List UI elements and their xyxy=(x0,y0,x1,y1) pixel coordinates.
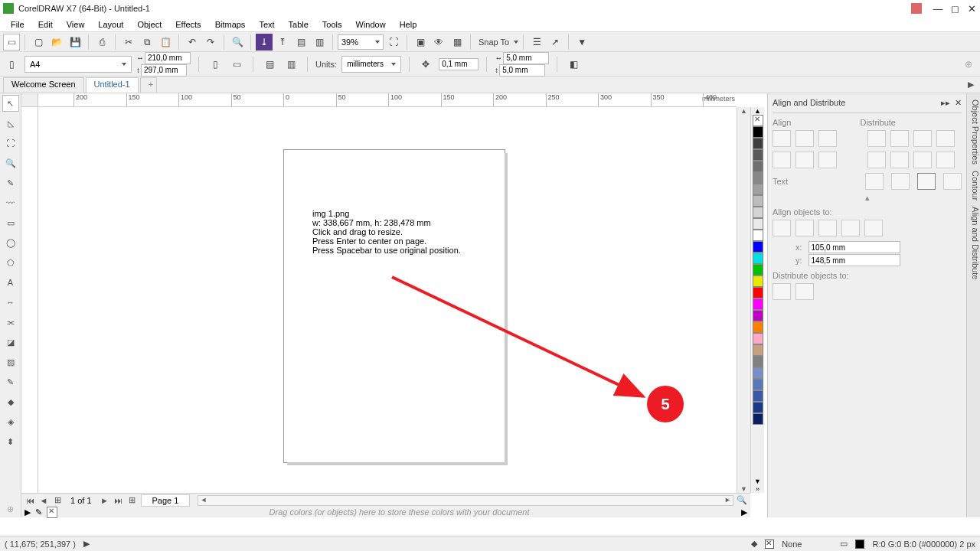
app-launcher-icon[interactable]: ▼ xyxy=(573,34,590,51)
palette-down-icon[interactable]: ▼ xyxy=(754,478,761,485)
shape-tool[interactable]: ◺ xyxy=(2,115,19,132)
dist-center-h-icon[interactable] xyxy=(890,130,909,147)
show-rulers-icon[interactable]: 👁 xyxy=(430,34,447,51)
close-button[interactable]: ✕ xyxy=(966,3,977,14)
user-account-icon[interactable] xyxy=(911,3,922,14)
text-tool[interactable]: A xyxy=(2,274,19,291)
zoom-canvas-icon[interactable]: 🔍 xyxy=(737,495,747,505)
rectangle-tool[interactable]: ▭ xyxy=(2,214,19,231)
docker-collapse-icon[interactable]: ▸▸ xyxy=(941,98,950,107)
page-add-before-icon[interactable]: ⊞ xyxy=(52,495,63,505)
fullscreen-icon[interactable]: ▣ xyxy=(412,34,429,51)
eyedropper-icon[interactable]: ✎ xyxy=(35,507,42,517)
page-add-after-icon[interactable]: ⊞ xyxy=(127,495,138,505)
palette-swatch[interactable] xyxy=(753,298,763,310)
options-icon[interactable]: ☰ xyxy=(528,34,545,51)
dist-spacing-h-icon[interactable] xyxy=(913,130,932,147)
horizontal-scrollbar[interactable] xyxy=(198,495,733,506)
align-to-page-center-icon[interactable] xyxy=(818,220,837,236)
palette-nocolor[interactable] xyxy=(753,115,763,126)
dupy-input[interactable]: 5,0 mm xyxy=(499,64,545,77)
current-page-icon[interactable]: ▥ xyxy=(283,56,299,73)
menu-effects[interactable]: Effects xyxy=(169,19,207,30)
undo-icon[interactable]: ↶ xyxy=(184,34,201,51)
menu-edit[interactable]: Edit xyxy=(32,19,59,30)
menu-tools[interactable]: Tools xyxy=(316,19,348,30)
page-first-icon[interactable]: ⏮ xyxy=(24,496,35,505)
tray-next-icon[interactable]: ▶ xyxy=(741,507,747,517)
page-tab[interactable]: Page 1 xyxy=(141,494,191,507)
palette-swatch[interactable] xyxy=(753,379,763,390)
add-preset-icon[interactable]: ⊕ xyxy=(960,56,977,73)
text-box-icon[interactable] xyxy=(917,173,936,190)
pick-tool[interactable]: ↖ xyxy=(2,95,19,112)
palette-swatch[interactable] xyxy=(753,333,763,344)
palette-swatch[interactable] xyxy=(753,149,763,161)
portrait-icon[interactable]: ▯ xyxy=(207,56,224,73)
collapse-up-icon[interactable]: ▴ xyxy=(773,193,962,203)
menu-text[interactable]: Text xyxy=(253,19,280,30)
palette-swatch[interactable] xyxy=(753,344,763,356)
menu-file[interactable]: File xyxy=(5,19,31,30)
drop-shadow-tool[interactable]: ◪ xyxy=(2,334,19,350)
vertical-scrollbar[interactable]: ▲▼ xyxy=(737,107,750,493)
dist-to-selection-icon[interactable] xyxy=(773,283,791,300)
page-size-combo[interactable]: A4 xyxy=(24,56,132,73)
tab-welcome[interactable]: Welcome Screen xyxy=(3,77,84,93)
minimize-button[interactable]: — xyxy=(933,3,943,14)
palette-swatch[interactable] xyxy=(753,207,763,218)
copy-icon[interactable]: ⧉ xyxy=(139,34,155,51)
menu-table[interactable]: Table xyxy=(283,19,315,30)
docker-close-icon[interactable]: ✕ xyxy=(955,98,962,107)
align-y-input[interactable]: 148,5 mm xyxy=(808,254,900,266)
page-orientation-icon[interactable]: ▯ xyxy=(3,56,20,73)
pick-tool-icon[interactable]: ▭ xyxy=(3,34,20,51)
tab-add[interactable]: + xyxy=(140,77,157,93)
palette-swatch[interactable] xyxy=(753,184,763,195)
palette-swatch[interactable] xyxy=(753,276,763,287)
cut-icon[interactable]: ✂ xyxy=(120,34,137,51)
palette-swatch[interactable] xyxy=(753,161,763,172)
menu-help[interactable]: Help xyxy=(394,19,423,30)
tray-prev-icon[interactable]: ▶ xyxy=(24,507,31,517)
paste-icon[interactable]: 📋 xyxy=(157,34,174,51)
palette-swatch[interactable] xyxy=(753,253,763,264)
units-combo[interactable]: millimeters xyxy=(341,56,401,73)
search-content-icon[interactable]: 🔍 xyxy=(229,34,246,51)
dist-top-icon[interactable] xyxy=(867,152,886,168)
menu-object[interactable]: Object xyxy=(131,19,168,30)
page-last-icon[interactable]: ⏭ xyxy=(113,496,124,505)
all-pages-icon[interactable]: ▤ xyxy=(261,56,278,73)
export-icon[interactable]: ⤒ xyxy=(274,34,291,51)
align-to-page-edge-icon[interactable] xyxy=(795,220,814,236)
fill-none-swatch[interactable] xyxy=(765,540,774,549)
align-right-icon[interactable] xyxy=(818,130,837,147)
polygon-tool[interactable]: ⬠ xyxy=(2,254,19,271)
palette-swatch[interactable] xyxy=(753,287,763,298)
launch-icon[interactable]: ↗ xyxy=(547,34,564,51)
align-to-grid-icon[interactable] xyxy=(841,220,860,236)
quick-customize-icon[interactable]: ⊕ xyxy=(2,500,19,517)
play-icon[interactable]: ▶ xyxy=(83,539,90,549)
dist-spacing-v-icon[interactable] xyxy=(913,152,932,168)
align-center-v-icon[interactable] xyxy=(795,152,814,168)
palette-swatch[interactable] xyxy=(753,195,763,207)
drawing-canvas[interactable]: img 1.png w: 338,667 mm, h: 238,478 mm C… xyxy=(38,107,737,493)
text-outline-icon[interactable] xyxy=(943,173,962,190)
save-icon[interactable]: 💾 xyxy=(67,34,83,51)
crop-tool[interactable]: ⛶ xyxy=(2,135,19,152)
tab-document[interactable]: Untitled-1 xyxy=(86,77,139,93)
docker-tab-contour[interactable]: Contour xyxy=(967,171,980,201)
menu-bitmaps[interactable]: Bitmaps xyxy=(209,19,252,30)
nudge-input[interactable]: 0,1 mm xyxy=(439,58,479,70)
palette-swatch[interactable] xyxy=(753,390,763,402)
palette-swatch[interactable] xyxy=(753,218,763,230)
dist-center-v-icon[interactable] xyxy=(890,152,909,168)
page-height-input[interactable]: 297,0 mm xyxy=(141,64,187,77)
treat-as-filled-icon[interactable]: ◧ xyxy=(565,56,582,73)
ellipse-tool[interactable]: ◯ xyxy=(2,234,19,251)
ruler-origin[interactable] xyxy=(21,93,38,107)
menu-layout[interactable]: Layout xyxy=(92,19,129,30)
outline-pen-tool[interactable]: ⬍ xyxy=(2,433,19,450)
maximize-button[interactable]: ◻ xyxy=(949,3,960,14)
